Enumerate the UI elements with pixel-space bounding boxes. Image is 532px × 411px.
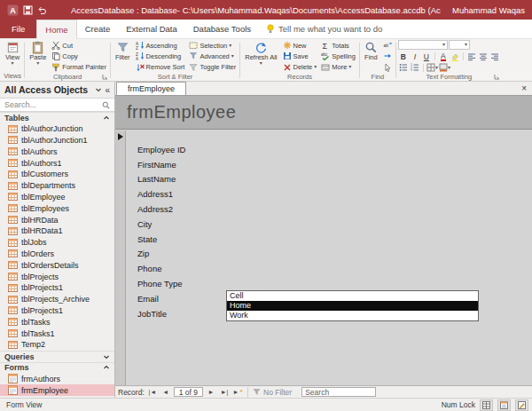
- design-view-button[interactable]: [515, 399, 528, 411]
- dialog-launcher-icon[interactable]: [102, 74, 108, 80]
- nav-item-tblAuthorJunction[interactable]: tblAuthorJunction: [0, 123, 114, 135]
- more-button[interactable]: More ▾: [319, 62, 357, 73]
- copy-button[interactable]: Copy: [50, 51, 108, 61]
- nav-section-queries[interactable]: Queries: [0, 351, 114, 362]
- next-record-button[interactable]: ►: [206, 387, 216, 398]
- quick-save-icon[interactable]: [23, 5, 33, 15]
- background-color-button[interactable]: ▾: [439, 63, 450, 73]
- font-color-button[interactable]: A: [438, 51, 449, 61]
- nav-item-tblProjects[interactable]: tblProjects: [0, 271, 114, 282]
- datasheet-view-button[interactable]: [480, 399, 493, 411]
- highlight-color-button[interactable]: [450, 51, 460, 61]
- dropdown-option-work[interactable]: Work: [227, 311, 478, 320]
- tab-database-tools[interactable]: Database Tools: [185, 20, 259, 38]
- go-to-button[interactable]: [381, 51, 394, 61]
- record-navigation-bar: Record: |◄ ◄ 1 of 9 ► ►| ►* No Filter Se…: [115, 385, 532, 398]
- nav-item-tblProjects_Archive[interactable]: tblProjects_Archive: [0, 294, 114, 305]
- ascending-button[interactable]: AZ Ascending: [134, 40, 187, 51]
- cut-button[interactable]: Cut: [50, 40, 108, 51]
- first-record-button[interactable]: |◄: [147, 387, 158, 398]
- shutter-bar-close-icon[interactable]: «: [105, 85, 110, 95]
- nav-item-tblCustomers[interactable]: tblCustomers: [0, 169, 114, 180]
- nav-item-tblAuthorJunction1[interactable]: tblAuthorJunction1: [0, 135, 114, 146]
- advanced-button[interactable]: Advanced ▾: [187, 51, 238, 61]
- close-document-icon[interactable]: ×: [516, 83, 532, 93]
- nav-item-tblOrders[interactable]: tblOrders: [0, 249, 114, 260]
- nav-item-frmAuthors[interactable]: frmAuthors: [0, 373, 114, 384]
- toggle-filter-button[interactable]: Toggle Filter: [187, 62, 238, 73]
- tab-home[interactable]: Home: [36, 20, 76, 39]
- font-size-select[interactable]: ▾: [449, 40, 470, 50]
- nav-item-label: tblTasks: [21, 318, 51, 327]
- italic-button[interactable]: I: [410, 51, 420, 61]
- spelling-button[interactable]: abc Spelling: [319, 51, 357, 61]
- tab-create[interactable]: Create: [77, 20, 119, 38]
- nav-item-tblDepartments[interactable]: tblDepartments: [0, 180, 114, 192]
- nav-item-tblOrdersDetails[interactable]: tblOrdersDetails: [0, 259, 114, 271]
- font-family-select[interactable]: ▾: [398, 40, 448, 50]
- bold-button[interactable]: B: [398, 51, 409, 61]
- nav-menu-chevron-icon[interactable]: [95, 86, 102, 93]
- nav-item-label: tblProjects: [21, 273, 59, 281]
- nav-item-tblTasks1[interactable]: tblTasks1: [0, 328, 114, 339]
- record-position-box[interactable]: 1 of 9: [174, 387, 203, 397]
- dialog-launcher-icon[interactable]: [494, 74, 500, 80]
- nav-item-tblProjects1[interactable]: tblProjects1: [0, 305, 114, 317]
- document-tab-frmemployee[interactable]: frmEmployee: [116, 82, 186, 95]
- dropdown-option-home[interactable]: Home: [227, 301, 478, 311]
- bullets-button[interactable]: [398, 63, 409, 73]
- nav-search-box[interactable]: Search...: [0, 98, 114, 112]
- user-name[interactable]: Muhammad Waqas: [452, 5, 525, 15]
- gridlines-button[interactable]: ▾: [426, 63, 438, 73]
- align-center-button[interactable]: [478, 51, 489, 61]
- record-search-input[interactable]: Search: [301, 387, 376, 397]
- form-view-button[interactable]: [497, 399, 511, 411]
- nav-pane-title[interactable]: All Access Objects: [4, 84, 88, 95]
- filter-button[interactable]: Filter: [113, 40, 133, 62]
- save-record-button[interactable]: Save: [281, 51, 319, 61]
- nav-item-tblHRData1[interactable]: tblHRData1: [0, 225, 114, 237]
- nav-section-forms[interactable]: Forms: [0, 362, 114, 374]
- nav-item-label: tblAuthors: [21, 147, 58, 156]
- dropdown-option-cell[interactable]: Cell: [227, 291, 478, 301]
- nav-item-tblHRData[interactable]: tblHRData: [0, 214, 114, 225]
- last-record-button[interactable]: ►|: [219, 387, 230, 398]
- replace-button[interactable]: ab: [381, 40, 394, 51]
- tell-me-box[interactable]: Tell me what you want to do: [259, 20, 389, 38]
- nav-item-Temp2[interactable]: Temp2: [0, 339, 114, 351]
- align-left-button[interactable]: [466, 51, 477, 61]
- format-painter-button[interactable]: Format Painter: [50, 62, 108, 73]
- quick-undo-icon[interactable]: [37, 5, 47, 15]
- record-selector-bar[interactable]: [115, 130, 126, 385]
- paste-button[interactable]: Paste ▾: [27, 40, 49, 67]
- underline-button[interactable]: U: [421, 51, 432, 61]
- filter-status-button[interactable]: No Filter: [247, 387, 296, 398]
- nav-item-tblProjects1[interactable]: tblProjects1: [0, 282, 114, 294]
- selection-button[interactable]: Selection ▾: [187, 40, 238, 51]
- nav-item-tblAuthors[interactable]: tblAuthors: [0, 146, 114, 157]
- previous-record-button[interactable]: ◄: [160, 387, 171, 398]
- remove-sort-button[interactable]: Remove Sort: [134, 62, 187, 73]
- new-blank-record-button[interactable]: ►*: [232, 387, 243, 398]
- refresh-all-button[interactable]: Refresh All ▾: [242, 40, 279, 67]
- align-right-button[interactable]: [489, 51, 500, 61]
- totals-button[interactable]: Σ Totals: [319, 40, 357, 51]
- numbering-button[interactable]: 123: [410, 63, 420, 73]
- table-icon: [8, 295, 18, 304]
- nav-item-tblEmployees[interactable]: tblEmployees: [0, 202, 114, 214]
- group-separator: [110, 43, 111, 78]
- delete-button[interactable]: Delete ▾: [281, 62, 319, 73]
- find-button[interactable]: Find: [362, 40, 380, 62]
- tab-file[interactable]: File: [0, 20, 36, 38]
- nav-item-frmEmployee[interactable]: frmEmployee: [0, 384, 114, 396]
- nav-section-tables[interactable]: Tables: [0, 112, 114, 123]
- nav-item-tblTasks[interactable]: tblTasks: [0, 316, 114, 328]
- select-button[interactable]: [381, 62, 394, 73]
- nav-item-tblJobs[interactable]: tblJobs: [0, 237, 114, 249]
- view-button[interactable]: View ▾: [3, 40, 22, 67]
- new-record-button-ribbon[interactable]: New: [281, 40, 319, 51]
- nav-item-tblAuthors1[interactable]: tblAuthors1: [0, 157, 114, 169]
- nav-item-tblEmployee[interactable]: tblEmployee: [0, 192, 114, 203]
- descending-button[interactable]: ZA Descending: [134, 51, 187, 61]
- tab-external-data[interactable]: External Data: [118, 20, 185, 38]
